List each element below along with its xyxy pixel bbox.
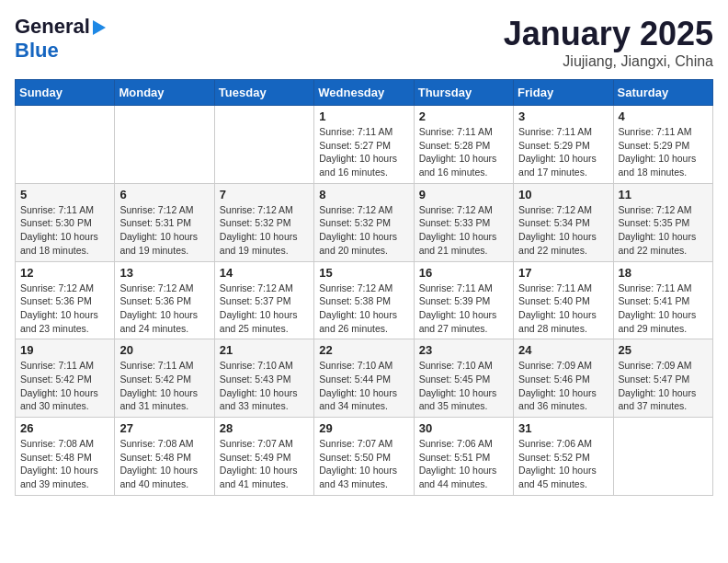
calendar-cell: 15Sunrise: 7:12 AM Sunset: 5:38 PM Dayli…	[314, 261, 414, 339]
calendar-cell: 31Sunrise: 7:06 AM Sunset: 5:52 PM Dayli…	[514, 418, 613, 496]
day-number: 19	[20, 343, 109, 357]
calendar-cell: 11Sunrise: 7:12 AM Sunset: 5:35 PM Dayli…	[613, 183, 712, 261]
day-number: 2	[419, 109, 508, 123]
weekday-header-wednesday: Wednesday	[314, 80, 414, 106]
logo-blue: Blue	[15, 39, 59, 63]
day-number: 5	[20, 188, 109, 201]
day-number: 17	[518, 266, 608, 280]
day-number: 10	[518, 188, 608, 201]
calendar-cell: 25Sunrise: 7:09 AM Sunset: 5:47 PM Dayli…	[613, 339, 712, 418]
calendar-cell: 6Sunrise: 7:12 AM Sunset: 5:31 PM Daylig…	[115, 183, 214, 261]
day-number: 31	[518, 421, 608, 435]
day-number: 14	[220, 266, 309, 280]
weekday-header-sunday: Sunday	[16, 80, 115, 106]
calendar-week-row: 12Sunrise: 7:12 AM Sunset: 5:36 PM Dayli…	[16, 261, 713, 339]
day-number: 27	[119, 421, 209, 435]
day-number: 4	[619, 109, 708, 123]
day-info: Sunrise: 7:11 AM Sunset: 5:29 PM Dayligh…	[619, 125, 708, 179]
calendar-cell: 30Sunrise: 7:06 AM Sunset: 5:51 PM Dayli…	[414, 418, 513, 496]
day-info: Sunrise: 7:12 AM Sunset: 5:32 PM Dayligh…	[319, 203, 408, 258]
logo-arrow-icon	[93, 20, 106, 35]
day-info: Sunrise: 7:07 AM Sunset: 5:50 PM Dayligh…	[319, 437, 408, 491]
day-info: Sunrise: 7:10 AM Sunset: 5:44 PM Dayligh…	[319, 359, 408, 413]
title-section: January 2025 Jiujiang, Jiangxi, China	[504, 15, 713, 70]
day-number: 24	[518, 343, 608, 357]
calendar-cell: 22Sunrise: 7:10 AM Sunset: 5:44 PM Dayli…	[314, 339, 414, 418]
calendar-cell: 13Sunrise: 7:12 AM Sunset: 5:36 PM Dayli…	[115, 261, 214, 339]
day-info: Sunrise: 7:12 AM Sunset: 5:34 PM Dayligh…	[518, 203, 608, 258]
day-info: Sunrise: 7:11 AM Sunset: 5:40 PM Dayligh…	[518, 282, 608, 336]
logo-general: General	[15, 15, 90, 39]
calendar-week-row: 26Sunrise: 7:08 AM Sunset: 5:48 PM Dayli…	[16, 418, 713, 496]
day-number: 15	[319, 266, 408, 280]
day-info: Sunrise: 7:12 AM Sunset: 5:35 PM Dayligh…	[619, 203, 708, 258]
day-info: Sunrise: 7:08 AM Sunset: 5:48 PM Dayligh…	[20, 437, 109, 491]
calendar-cell: 26Sunrise: 7:08 AM Sunset: 5:48 PM Dayli…	[16, 418, 115, 496]
calendar-week-row: 19Sunrise: 7:11 AM Sunset: 5:42 PM Dayli…	[16, 339, 713, 418]
weekday-header-row: SundayMondayTuesdayWednesdayThursdayFrid…	[16, 80, 713, 106]
calendar-cell: 1Sunrise: 7:11 AM Sunset: 5:27 PM Daylig…	[314, 106, 414, 184]
day-number: 3	[518, 109, 608, 123]
calendar-cell: 28Sunrise: 7:07 AM Sunset: 5:49 PM Dayli…	[214, 418, 313, 496]
day-info: Sunrise: 7:09 AM Sunset: 5:47 PM Dayligh…	[619, 359, 708, 413]
day-info: Sunrise: 7:11 AM Sunset: 5:42 PM Dayligh…	[20, 359, 109, 413]
calendar-cell: 23Sunrise: 7:10 AM Sunset: 5:45 PM Dayli…	[414, 339, 513, 418]
day-info: Sunrise: 7:07 AM Sunset: 5:49 PM Dayligh…	[220, 437, 309, 491]
day-info: Sunrise: 7:12 AM Sunset: 5:32 PM Dayligh…	[220, 203, 309, 258]
day-number: 23	[419, 343, 508, 357]
calendar-cell: 3Sunrise: 7:11 AM Sunset: 5:29 PM Daylig…	[514, 106, 613, 184]
logo: General Blue	[15, 15, 106, 63]
day-info: Sunrise: 7:12 AM Sunset: 5:36 PM Dayligh…	[119, 282, 209, 336]
calendar-cell: 21Sunrise: 7:10 AM Sunset: 5:43 PM Dayli…	[214, 339, 313, 418]
calendar-cell: 10Sunrise: 7:12 AM Sunset: 5:34 PM Dayli…	[514, 183, 613, 261]
calendar-cell: 9Sunrise: 7:12 AM Sunset: 5:33 PM Daylig…	[414, 183, 513, 261]
calendar-cell: 7Sunrise: 7:12 AM Sunset: 5:32 PM Daylig…	[214, 183, 313, 261]
calendar-cell: 16Sunrise: 7:11 AM Sunset: 5:39 PM Dayli…	[414, 261, 513, 339]
day-number: 6	[119, 188, 209, 201]
calendar-cell: 4Sunrise: 7:11 AM Sunset: 5:29 PM Daylig…	[613, 106, 712, 184]
weekday-header-thursday: Thursday	[414, 80, 513, 106]
day-number: 11	[619, 188, 708, 201]
calendar-cell: 12Sunrise: 7:12 AM Sunset: 5:36 PM Dayli…	[16, 261, 115, 339]
day-info: Sunrise: 7:12 AM Sunset: 5:37 PM Dayligh…	[220, 282, 309, 336]
day-info: Sunrise: 7:11 AM Sunset: 5:39 PM Dayligh…	[419, 282, 508, 336]
location-subtitle: Jiujiang, Jiangxi, China	[504, 53, 713, 70]
day-number: 20	[119, 343, 209, 357]
calendar-cell: 20Sunrise: 7:11 AM Sunset: 5:42 PM Dayli…	[115, 339, 214, 418]
day-info: Sunrise: 7:11 AM Sunset: 5:30 PM Dayligh…	[20, 203, 109, 258]
calendar-cell: 14Sunrise: 7:12 AM Sunset: 5:37 PM Dayli…	[214, 261, 313, 339]
calendar-cell	[16, 106, 115, 184]
day-info: Sunrise: 7:10 AM Sunset: 5:43 PM Dayligh…	[220, 359, 309, 413]
day-number: 1	[319, 109, 408, 123]
day-info: Sunrise: 7:12 AM Sunset: 5:33 PM Dayligh…	[419, 203, 508, 258]
calendar-cell: 29Sunrise: 7:07 AM Sunset: 5:50 PM Dayli…	[314, 418, 414, 496]
weekday-header-saturday: Saturday	[613, 80, 712, 106]
day-info: Sunrise: 7:11 AM Sunset: 5:41 PM Dayligh…	[619, 282, 708, 336]
calendar-cell	[214, 106, 313, 184]
day-info: Sunrise: 7:11 AM Sunset: 5:28 PM Dayligh…	[419, 125, 508, 179]
calendar-week-row: 5Sunrise: 7:11 AM Sunset: 5:30 PM Daylig…	[16, 183, 713, 261]
day-info: Sunrise: 7:06 AM Sunset: 5:51 PM Dayligh…	[419, 437, 508, 491]
calendar-cell: 24Sunrise: 7:09 AM Sunset: 5:46 PM Dayli…	[514, 339, 613, 418]
day-number: 30	[419, 421, 508, 435]
page-header: General Blue January 2025 Jiujiang, Jian…	[15, 15, 713, 70]
calendar-week-row: 1Sunrise: 7:11 AM Sunset: 5:27 PM Daylig…	[16, 106, 713, 184]
day-number: 9	[419, 188, 508, 201]
calendar-cell: 5Sunrise: 7:11 AM Sunset: 5:30 PM Daylig…	[16, 183, 115, 261]
calendar-cell	[115, 106, 214, 184]
day-info: Sunrise: 7:06 AM Sunset: 5:52 PM Dayligh…	[518, 437, 608, 491]
calendar-cell: 19Sunrise: 7:11 AM Sunset: 5:42 PM Dayli…	[16, 339, 115, 418]
day-number: 18	[619, 266, 708, 280]
day-info: Sunrise: 7:12 AM Sunset: 5:38 PM Dayligh…	[319, 282, 408, 336]
day-number: 22	[319, 343, 408, 357]
day-number: 21	[220, 343, 309, 357]
day-info: Sunrise: 7:10 AM Sunset: 5:45 PM Dayligh…	[419, 359, 508, 413]
day-info: Sunrise: 7:11 AM Sunset: 5:27 PM Dayligh…	[319, 125, 408, 179]
calendar-cell: 27Sunrise: 7:08 AM Sunset: 5:48 PM Dayli…	[115, 418, 214, 496]
day-info: Sunrise: 7:11 AM Sunset: 5:29 PM Dayligh…	[518, 125, 608, 179]
day-number: 25	[619, 343, 708, 357]
day-number: 29	[319, 421, 408, 435]
calendar-cell: 2Sunrise: 7:11 AM Sunset: 5:28 PM Daylig…	[414, 106, 513, 184]
calendar-cell: 18Sunrise: 7:11 AM Sunset: 5:41 PM Dayli…	[613, 261, 712, 339]
day-number: 13	[119, 266, 209, 280]
